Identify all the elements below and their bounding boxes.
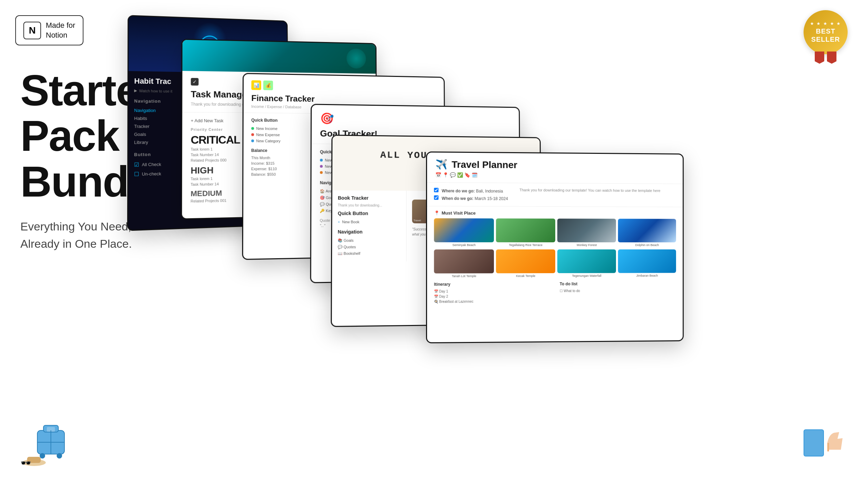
made-for-label: Made for (46, 21, 75, 30)
task-checkbox-icon: ✓ (191, 78, 199, 86)
goal-icon: 🎯 (320, 112, 511, 127)
book-nav: Navigation 📚 Goals 💬 Quotes 📖 Bookshelf (337, 229, 401, 257)
nav-bookshelf: 📖 Bookshelf (337, 250, 401, 257)
travel-when: When do we go: March 15-18 2024 (434, 194, 514, 202)
photo-crowd: Kecak Temple (496, 249, 555, 278)
finance-icon: 📊 (251, 80, 261, 90)
nav-goals: 📚 Goals (338, 237, 401, 244)
photo-seminyak: Seminyak Beach (434, 218, 494, 247)
nav-quotes: 💬 Quotes (337, 244, 401, 250)
notion-badge: N Made for Notion (15, 15, 83, 45)
photo-forest: Monkey Forest (557, 219, 616, 247)
todo-col: To do list ☐ What to do (560, 281, 676, 304)
travel-emoji-row: 📅📍💬✅🔖🗓️ (436, 172, 518, 178)
photo-temple: Tanah Lot Temple (434, 249, 494, 278)
travel-planner-screen: ✈️ Travel Planner 📅📍💬✅🔖🗓️ Where do we go… (426, 151, 684, 343)
travel-title: Travel Planner (451, 159, 517, 170)
svg-point-5 (40, 453, 45, 459)
travel-info-left: Where do we go: Bali, Indonesia When do … (434, 187, 514, 202)
photo-waterfall: Tegenungan Waterfall (557, 249, 616, 278)
habit-watch-text: Watch how to use it (139, 88, 172, 93)
screens-area: Habit Trac ▶ Watch how to use it Navigat… (129, 7, 841, 481)
luggage-illustration: 🕶️ (20, 407, 81, 468)
book-quick-btn: Quick Button (338, 210, 401, 216)
itinerary-col: Itinerary 📅 Day 1 📅 Day 2 🍳 Breakfast at… (434, 282, 553, 304)
finance-title: Finance Tracker (251, 93, 437, 105)
finance-icon2: 💰 (263, 81, 273, 90)
photo-terrace: Tegallalang Rice Terrace (496, 219, 555, 247)
book-btn-new[interactable]: + New Book (338, 219, 401, 225)
photo-jimbaran: Jimbaran Beach (618, 249, 676, 278)
travel-must-visit: 📍 Must Visit Place Seminyak Beach Tegall… (427, 206, 683, 278)
notion-label: Notion (46, 30, 75, 40)
travel-bottom: Itinerary 📅 Day 1 📅 Day 2 🍳 Breakfast at… (427, 281, 683, 308)
svg-text:🕶️: 🕶️ (20, 458, 32, 468)
book-title: Book Tracker (338, 195, 401, 201)
travel-where: Where do we go: Bali, Indonesia (434, 187, 514, 195)
photo-dolphins: Dolphin on Beach (618, 219, 676, 247)
travel-plane-icon: ✈️ (436, 159, 448, 170)
photos-row1: Seminyak Beach Tegallalang Rice Terrace … (434, 218, 676, 247)
notion-n-icon: N (23, 22, 41, 39)
photos-row2: Tanah Lot Temple Kecak Temple Tegenungan… (434, 249, 676, 278)
travel-header: ✈️ Travel Planner 📅📍💬✅🔖🗓️ (427, 152, 683, 184)
svg-point-6 (57, 453, 62, 459)
travel-info-right: Thank you for downloading our template! … (519, 187, 676, 203)
